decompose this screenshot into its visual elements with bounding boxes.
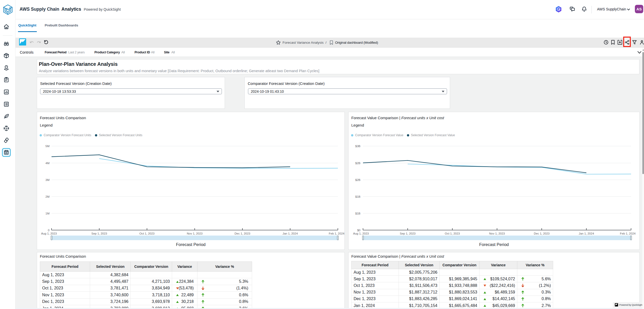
svg-text:Sep 1, 2023: Sep 1, 2023: [91, 232, 107, 235]
svg-text:Jan 1, 2024: Jan 1, 2024: [579, 232, 594, 235]
svg-text:4M: 4M: [45, 162, 49, 165]
svg-text:Aug 1, 2023: Aug 1, 2023: [353, 232, 369, 235]
svg-text:Aug 1, 2023: Aug 1, 2023: [41, 232, 57, 235]
svg-text:Jan 1, 2024: Jan 1, 2024: [283, 232, 298, 235]
svg-text:$0: $0: [357, 229, 360, 232]
svg-text:$1B: $1B: [355, 212, 361, 215]
svg-text:Dec 1, 2023: Dec 1, 2023: [235, 232, 250, 235]
svg-text:Feb 1, 2024: Feb 1, 2024: [329, 232, 344, 235]
svg-text:Sep 1, 2023: Sep 1, 2023: [400, 232, 416, 235]
svg-text:5M: 5M: [45, 145, 49, 148]
svg-text:Nov 1, 2023: Nov 1, 2023: [489, 232, 505, 235]
svg-text:Oct 1, 2023: Oct 1, 2023: [139, 232, 154, 235]
svg-text:0: 0: [48, 229, 49, 232]
svg-text:3M: 3M: [45, 178, 49, 181]
svg-text:$1B: $1B: [355, 195, 361, 198]
svg-text:1M: 1M: [45, 212, 49, 215]
svg-text:Oct 1, 2023: Oct 1, 2023: [445, 232, 460, 235]
svg-text:Nov 1, 2023: Nov 1, 2023: [187, 232, 203, 235]
svg-text:$2B: $2B: [355, 178, 361, 181]
svg-text:Feb 1, 2024: Feb 1, 2024: [620, 232, 636, 235]
svg-text:$2B: $2B: [355, 162, 361, 165]
svg-text:Dec 1, 2023: Dec 1, 2023: [534, 232, 550, 235]
svg-text:2M: 2M: [45, 195, 49, 198]
svg-text:$3B: $3B: [355, 145, 361, 148]
